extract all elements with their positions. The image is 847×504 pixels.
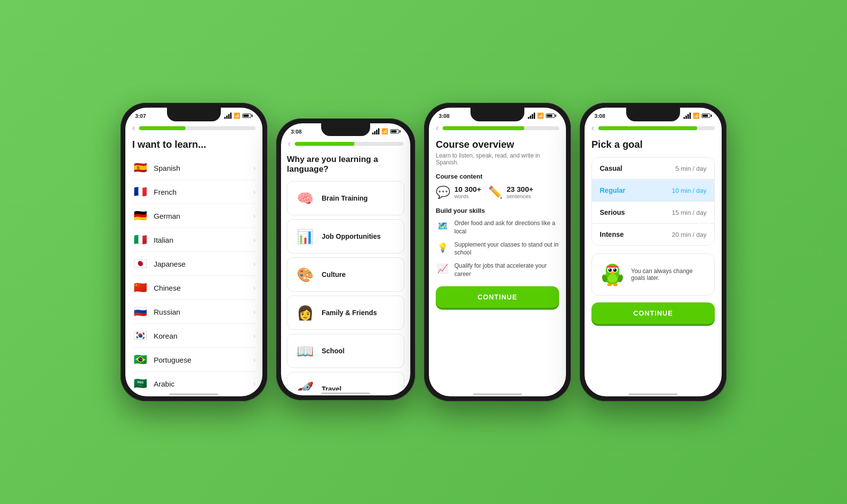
wifi-icon: 📶 [234,113,240,119]
battery-icon [242,114,253,118]
flag-chinese: 🇨🇳 [132,282,148,294]
lang-name-arabic: Arabic [154,380,253,388]
goal-item-casual[interactable]: Casual 5 min / day [592,158,714,180]
list-item: 💡 Supplement your classes to stand out i… [436,241,559,257]
back-button[interactable]: ‹ [132,123,135,133]
signal-icon [224,113,232,119]
goal-time: 20 min / day [672,231,706,238]
mascot-image [599,261,626,288]
list-item[interactable]: 🇫🇷 French › [132,180,256,204]
list-item[interactable]: 👩 Family & Friends [287,296,404,330]
chevron-icon: › [253,356,256,364]
continue-button[interactable]: CONTINUE [591,302,715,324]
lang-name-japanese: Japanese [154,260,253,268]
goal-name: Serious [600,208,625,216]
reason-name: School [322,347,345,355]
home-indicator [473,393,522,395]
time: 3:08 [291,129,302,135]
chevron-icon: › [253,380,256,388]
goal-time: 10 min / day [672,187,706,194]
course-stats: 💬 10 300+ words ✏️ 23 300+ sentences [436,185,559,199]
goal-name: Regular [600,186,625,194]
progress-area: ‹ [585,121,722,137]
goal-item-intense[interactable]: Intense 20 min / day [592,224,714,245]
home-indicator [169,393,218,395]
chart-icon: 📈 [436,262,449,275]
status-icons: 📶 [224,113,253,119]
svg-point-8 [614,269,615,270]
lang-name-portuguese: Portuguese [154,356,253,364]
phone-why-learning: 3:08 📶 ‹ [276,118,415,400]
progress-area: ‹ [281,137,410,153]
goal-item-serious[interactable]: Serious 15 min / day [592,202,714,224]
list-item[interactable]: 🇮🇹 Italian › [132,228,256,252]
progress-fill [443,126,524,130]
notch [321,123,370,136]
list-item[interactable]: 🇩🇪 German › [132,204,256,228]
progress-fill [598,126,697,130]
list-item[interactable]: 🇨🇳 Chinese › [132,276,256,300]
continue-button[interactable]: CONTINUE [436,286,559,308]
status-icons: 📶 [372,128,400,135]
back-button[interactable]: ‹ [436,123,439,133]
skill-text: Supplement your classes to stand out in … [454,241,559,257]
flag-korean: 🇰🇷 [132,330,148,342]
list-item[interactable]: 📖 School [287,334,404,368]
home-indicator [629,393,678,395]
chevron-icon: › [253,284,256,292]
svg-point-2 [608,274,617,283]
svg-point-9 [611,272,614,275]
mascot-area: You can always change goals later. [591,253,715,296]
progress-fill [139,126,186,130]
chevron-icon: › [253,164,256,172]
svg-point-7 [609,269,610,270]
list-item[interactable]: 🇰🇷 Korean › [132,324,256,348]
list-item[interactable]: 🇧🇷 Portuguese › [132,348,256,372]
list-item[interactable]: 🇪🇸 Spanish › [132,156,256,180]
lang-name-italian: Italian [154,236,253,244]
school-icon: 📖 [294,340,316,362]
flag-italian: 🇮🇹 [132,234,148,246]
home-indicator [321,392,370,394]
flag-portuguese: 🇧🇷 [132,354,148,366]
list-item[interactable]: 📊 Job Opportunities [287,219,404,253]
flag-french: 🇫🇷 [132,186,148,198]
skill-text: Qualify for jobs that accelerate your ca… [454,262,559,278]
reason-name: Job Opportunities [322,232,381,240]
chevron-icon: › [253,188,256,196]
svg-point-6 [613,269,617,272]
build-skills-label: Build your skills [436,207,559,214]
back-button[interactable]: ‹ [288,138,291,149]
status-icons: 📶 [683,113,712,119]
stat-label: words [454,193,481,199]
back-button[interactable]: ‹ [591,123,594,133]
travel-icon: 🚀 [294,378,316,390]
lang-name-spanish: Spanish [154,164,253,172]
lang-name-german: German [154,212,253,220]
list-item[interactable]: 🇷🇺 Russian › [132,300,256,324]
svg-point-12 [616,266,618,268]
progress-track [598,126,715,130]
words-icon: 💬 [436,185,450,199]
list-item[interactable]: 🧠 Brain Training [287,181,404,215]
notch [167,108,221,121]
list-item[interactable]: 🇯🇵 Japanese › [132,252,256,276]
battery-icon [702,114,712,118]
course-content-label: Course content [436,173,559,180]
phone-pick-goal: 3:08 📶 ‹ [580,103,727,401]
goal-item-regular[interactable]: Regular 10 min / day [592,180,714,202]
list-item[interactable]: 🚀 Travel [287,372,404,390]
goal-time: 15 min / day [672,209,706,216]
flag-arabic: 🇸🇦 [132,378,148,389]
reason-name: Family & Friends [322,309,377,317]
list-item[interactable]: 🎨 Culture [287,257,404,292]
battery-icon [546,114,556,118]
pick-goal-screen: Pick a goal Casual 5 min / day Regular 1… [585,137,722,391]
goal-name: Intense [600,230,624,238]
list-item[interactable]: 🇸🇦 Arabic › [132,372,256,391]
signal-icon [683,113,691,119]
stat-number: 10 300+ [454,185,481,193]
mascot-text: You can always change goals later. [631,268,707,281]
flag-spanish: 🇪🇸 [132,162,148,174]
time: 3:08 [439,113,449,119]
